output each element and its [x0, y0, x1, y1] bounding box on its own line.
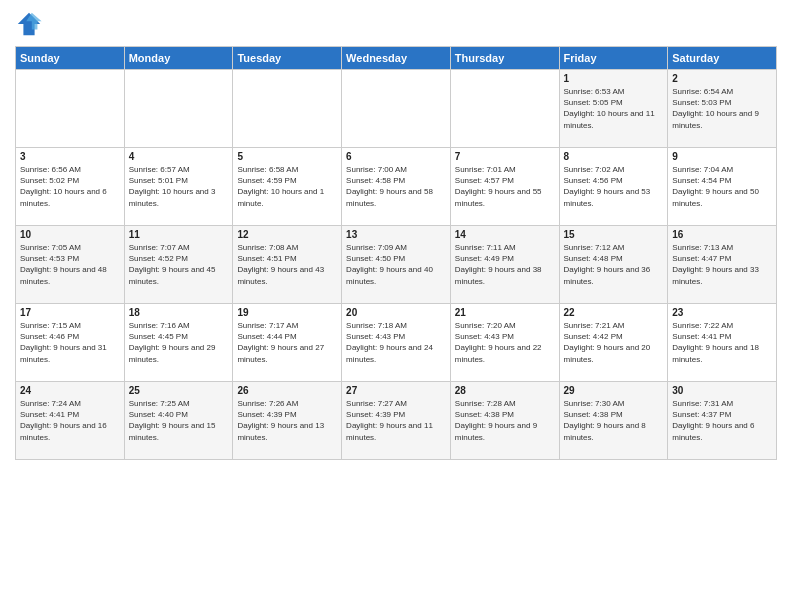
day-number: 14: [455, 229, 555, 240]
day-number: 2: [672, 73, 772, 84]
day-info: Sunrise: 7:20 AM Sunset: 4:43 PM Dayligh…: [455, 320, 555, 365]
day-info: Sunrise: 7:11 AM Sunset: 4:49 PM Dayligh…: [455, 242, 555, 287]
calendar-cell: [450, 70, 559, 148]
calendar-cell: 6Sunrise: 7:00 AM Sunset: 4:58 PM Daylig…: [342, 148, 451, 226]
calendar-cell: [342, 70, 451, 148]
day-number: 24: [20, 385, 120, 396]
day-number: 17: [20, 307, 120, 318]
day-info: Sunrise: 7:17 AM Sunset: 4:44 PM Dayligh…: [237, 320, 337, 365]
calendar-cell: 5Sunrise: 6:58 AM Sunset: 4:59 PM Daylig…: [233, 148, 342, 226]
calendar-cell: 2Sunrise: 6:54 AM Sunset: 5:03 PM Daylig…: [668, 70, 777, 148]
weekday-header: Monday: [124, 47, 233, 70]
calendar-cell: 20Sunrise: 7:18 AM Sunset: 4:43 PM Dayli…: [342, 304, 451, 382]
day-info: Sunrise: 7:26 AM Sunset: 4:39 PM Dayligh…: [237, 398, 337, 443]
calendar-cell: 13Sunrise: 7:09 AM Sunset: 4:50 PM Dayli…: [342, 226, 451, 304]
calendar-week-row: 3Sunrise: 6:56 AM Sunset: 5:02 PM Daylig…: [16, 148, 777, 226]
day-number: 9: [672, 151, 772, 162]
day-info: Sunrise: 7:27 AM Sunset: 4:39 PM Dayligh…: [346, 398, 446, 443]
calendar-cell: 11Sunrise: 7:07 AM Sunset: 4:52 PM Dayli…: [124, 226, 233, 304]
calendar-cell: 17Sunrise: 7:15 AM Sunset: 4:46 PM Dayli…: [16, 304, 125, 382]
day-info: Sunrise: 7:02 AM Sunset: 4:56 PM Dayligh…: [564, 164, 664, 209]
day-number: 15: [564, 229, 664, 240]
header-row: SundayMondayTuesdayWednesdayThursdayFrid…: [16, 47, 777, 70]
day-number: 10: [20, 229, 120, 240]
calendar-cell: 24Sunrise: 7:24 AM Sunset: 4:41 PM Dayli…: [16, 382, 125, 460]
calendar-cell: 16Sunrise: 7:13 AM Sunset: 4:47 PM Dayli…: [668, 226, 777, 304]
day-number: 11: [129, 229, 229, 240]
calendar-week-row: 10Sunrise: 7:05 AM Sunset: 4:53 PM Dayli…: [16, 226, 777, 304]
day-number: 1: [564, 73, 664, 84]
day-info: Sunrise: 7:13 AM Sunset: 4:47 PM Dayligh…: [672, 242, 772, 287]
calendar-cell: 14Sunrise: 7:11 AM Sunset: 4:49 PM Dayli…: [450, 226, 559, 304]
logo-icon: [15, 10, 43, 38]
day-number: 28: [455, 385, 555, 396]
day-number: 19: [237, 307, 337, 318]
day-info: Sunrise: 7:04 AM Sunset: 4:54 PM Dayligh…: [672, 164, 772, 209]
day-info: Sunrise: 7:28 AM Sunset: 4:38 PM Dayligh…: [455, 398, 555, 443]
day-number: 16: [672, 229, 772, 240]
day-number: 3: [20, 151, 120, 162]
weekday-header: Thursday: [450, 47, 559, 70]
calendar-cell: 28Sunrise: 7:28 AM Sunset: 4:38 PM Dayli…: [450, 382, 559, 460]
day-info: Sunrise: 7:08 AM Sunset: 4:51 PM Dayligh…: [237, 242, 337, 287]
day-info: Sunrise: 7:15 AM Sunset: 4:46 PM Dayligh…: [20, 320, 120, 365]
calendar-cell: 7Sunrise: 7:01 AM Sunset: 4:57 PM Daylig…: [450, 148, 559, 226]
day-info: Sunrise: 6:57 AM Sunset: 5:01 PM Dayligh…: [129, 164, 229, 209]
day-number: 18: [129, 307, 229, 318]
page-header: [15, 10, 777, 38]
day-info: Sunrise: 7:18 AM Sunset: 4:43 PM Dayligh…: [346, 320, 446, 365]
day-number: 6: [346, 151, 446, 162]
day-info: Sunrise: 6:56 AM Sunset: 5:02 PM Dayligh…: [20, 164, 120, 209]
calendar-cell: 18Sunrise: 7:16 AM Sunset: 4:45 PM Dayli…: [124, 304, 233, 382]
calendar-cell: 19Sunrise: 7:17 AM Sunset: 4:44 PM Dayli…: [233, 304, 342, 382]
day-info: Sunrise: 7:21 AM Sunset: 4:42 PM Dayligh…: [564, 320, 664, 365]
calendar-cell: 21Sunrise: 7:20 AM Sunset: 4:43 PM Dayli…: [450, 304, 559, 382]
calendar-cell: 26Sunrise: 7:26 AM Sunset: 4:39 PM Dayli…: [233, 382, 342, 460]
day-number: 26: [237, 385, 337, 396]
day-info: Sunrise: 7:01 AM Sunset: 4:57 PM Dayligh…: [455, 164, 555, 209]
calendar-cell: 22Sunrise: 7:21 AM Sunset: 4:42 PM Dayli…: [559, 304, 668, 382]
day-number: 5: [237, 151, 337, 162]
day-info: Sunrise: 7:31 AM Sunset: 4:37 PM Dayligh…: [672, 398, 772, 443]
day-number: 22: [564, 307, 664, 318]
day-info: Sunrise: 7:05 AM Sunset: 4:53 PM Dayligh…: [20, 242, 120, 287]
calendar-cell: 30Sunrise: 7:31 AM Sunset: 4:37 PM Dayli…: [668, 382, 777, 460]
day-number: 12: [237, 229, 337, 240]
day-number: 27: [346, 385, 446, 396]
logo: [15, 10, 47, 38]
day-number: 8: [564, 151, 664, 162]
calendar-cell: [233, 70, 342, 148]
calendar-cell: 27Sunrise: 7:27 AM Sunset: 4:39 PM Dayli…: [342, 382, 451, 460]
day-info: Sunrise: 7:24 AM Sunset: 4:41 PM Dayligh…: [20, 398, 120, 443]
day-number: 21: [455, 307, 555, 318]
calendar-cell: 9Sunrise: 7:04 AM Sunset: 4:54 PM Daylig…: [668, 148, 777, 226]
day-info: Sunrise: 7:22 AM Sunset: 4:41 PM Dayligh…: [672, 320, 772, 365]
day-number: 29: [564, 385, 664, 396]
calendar-cell: 1Sunrise: 6:53 AM Sunset: 5:05 PM Daylig…: [559, 70, 668, 148]
day-number: 4: [129, 151, 229, 162]
day-number: 13: [346, 229, 446, 240]
weekday-header: Saturday: [668, 47, 777, 70]
calendar-cell: 3Sunrise: 6:56 AM Sunset: 5:02 PM Daylig…: [16, 148, 125, 226]
day-info: Sunrise: 7:25 AM Sunset: 4:40 PM Dayligh…: [129, 398, 229, 443]
day-info: Sunrise: 6:53 AM Sunset: 5:05 PM Dayligh…: [564, 86, 664, 131]
day-info: Sunrise: 7:09 AM Sunset: 4:50 PM Dayligh…: [346, 242, 446, 287]
calendar-cell: 8Sunrise: 7:02 AM Sunset: 4:56 PM Daylig…: [559, 148, 668, 226]
weekday-header: Wednesday: [342, 47, 451, 70]
calendar-week-row: 17Sunrise: 7:15 AM Sunset: 4:46 PM Dayli…: [16, 304, 777, 382]
calendar-cell: 23Sunrise: 7:22 AM Sunset: 4:41 PM Dayli…: [668, 304, 777, 382]
weekday-header: Tuesday: [233, 47, 342, 70]
weekday-header: Sunday: [16, 47, 125, 70]
day-info: Sunrise: 7:30 AM Sunset: 4:38 PM Dayligh…: [564, 398, 664, 443]
calendar-cell: [124, 70, 233, 148]
calendar-cell: [16, 70, 125, 148]
day-number: 7: [455, 151, 555, 162]
day-info: Sunrise: 7:16 AM Sunset: 4:45 PM Dayligh…: [129, 320, 229, 365]
calendar-week-row: 24Sunrise: 7:24 AM Sunset: 4:41 PM Dayli…: [16, 382, 777, 460]
day-info: Sunrise: 7:12 AM Sunset: 4:48 PM Dayligh…: [564, 242, 664, 287]
weekday-header: Friday: [559, 47, 668, 70]
day-info: Sunrise: 6:54 AM Sunset: 5:03 PM Dayligh…: [672, 86, 772, 131]
day-info: Sunrise: 7:07 AM Sunset: 4:52 PM Dayligh…: [129, 242, 229, 287]
calendar-cell: 25Sunrise: 7:25 AM Sunset: 4:40 PM Dayli…: [124, 382, 233, 460]
day-info: Sunrise: 7:00 AM Sunset: 4:58 PM Dayligh…: [346, 164, 446, 209]
